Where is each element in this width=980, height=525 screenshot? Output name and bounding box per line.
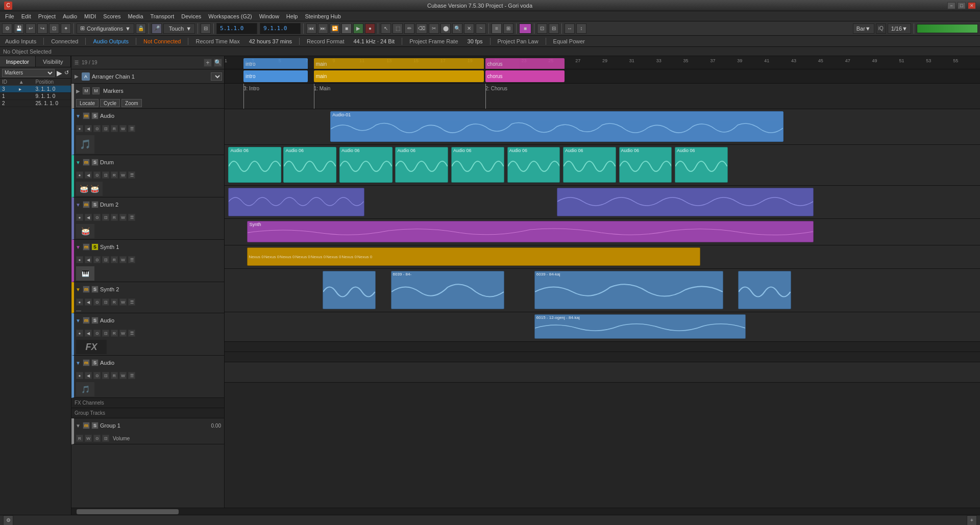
synth2-ctrl2[interactable]: ◀ — [85, 298, 92, 306]
drum1-ctrl3[interactable]: ⊙ — [93, 171, 101, 179]
menu-project[interactable]: Project — [35, 12, 59, 20]
synth1-menu[interactable]: ☰ — [128, 256, 135, 263]
synth2-r[interactable]: R — [111, 298, 118, 306]
audio1-ctrl2[interactable]: ◀ — [85, 125, 92, 132]
audio1-menu[interactable]: ☰ — [128, 125, 135, 132]
audio1-w[interactable]: W — [119, 125, 127, 132]
menu-workspaces[interactable]: Workspaces (G2) — [205, 12, 255, 20]
synth1-clip[interactable]: Synth — [247, 221, 814, 242]
tb-rewind-btn[interactable]: ⏮ — [306, 23, 316, 34]
audio2-expand[interactable]: ▼ — [75, 317, 81, 323]
fold-icon[interactable]: ☰ — [74, 60, 80, 66]
tb-color-btn[interactable]: ■ — [519, 23, 531, 34]
quantize-dropdown[interactable]: 1/16 ▼ — [888, 23, 911, 34]
drum2-mute[interactable]: m — [83, 201, 90, 208]
configurations-dropdown[interactable]: ⊞ Configurations ▼ — [77, 23, 134, 34]
tb-stop-btn[interactable]: ■ — [341, 23, 352, 34]
menu-scores[interactable]: Scores — [100, 12, 124, 20]
audio1-ctrl4[interactable]: ⊡ — [102, 125, 109, 132]
arranger-section-intro[interactable]: intro — [243, 58, 308, 69]
horizontal-scrollbar[interactable] — [71, 508, 980, 515]
audio1-r[interactable]: R — [111, 125, 118, 132]
menu-transport[interactable]: Transport — [148, 12, 178, 20]
group1-expand[interactable]: ▼ — [75, 422, 81, 429]
audio3-ctrl2[interactable]: ◀ — [85, 372, 92, 379]
zoom-button[interactable]: Zoom — [121, 99, 142, 107]
locate-button[interactable]: Locate — [76, 99, 99, 107]
menu-file[interactable]: File — [2, 12, 17, 20]
audio1-ctrl1[interactable]: ● — [76, 125, 83, 132]
drum2-solo[interactable]: S — [91, 201, 99, 208]
synth1-solo[interactable]: S — [91, 243, 99, 251]
arranger-block-intro[interactable]: intro — [243, 70, 308, 82]
menu-devices[interactable]: Devices — [178, 12, 204, 20]
audio3-ctrl1[interactable]: ● — [76, 372, 83, 379]
synth2-mute[interactable]: m — [83, 286, 90, 293]
scrollbar-thumb[interactable] — [77, 509, 179, 514]
bottom-zoom-btn[interactable]: + — [967, 515, 977, 526]
tb-eraser-btn[interactable]: ⌫ — [416, 23, 427, 34]
audio2-mute[interactable]: m — [83, 317, 90, 324]
drum-clip-5[interactable]: Audio 06 — [451, 147, 504, 183]
drum1-ctrl2[interactable]: ◀ — [85, 171, 92, 179]
marker-row-2[interactable]: 1 9. 1. 1. 0 — [0, 93, 71, 100]
audio1-solo[interactable]: S — [91, 112, 99, 119]
tb-pencil-btn[interactable]: ✏ — [404, 23, 414, 34]
audio2-ctrl4[interactable]: ⊡ — [102, 330, 109, 337]
tb-arrow-btn[interactable]: 🎤 — [152, 23, 162, 34]
drum2-ctrl1[interactable]: ● — [76, 214, 83, 221]
add-track-button[interactable]: + — [204, 59, 212, 67]
audio-outputs-btn[interactable]: Audio Outputs — [91, 37, 131, 45]
bar-dropdown[interactable]: Bar ▼ — [853, 23, 874, 34]
synth2-ctrl3[interactable]: ⊙ — [93, 298, 101, 306]
connected-btn[interactable]: Connected — [49, 37, 80, 45]
drum-clip-2[interactable]: Audio 06 — [283, 147, 336, 183]
audio2-ctrl1[interactable]: ● — [76, 330, 83, 337]
drum2-ctrl2[interactable]: ◀ — [85, 214, 92, 221]
tb-lock-btn[interactable]: 🔒 — [136, 23, 146, 34]
drum1-menu[interactable]: ☰ — [128, 171, 135, 179]
group1-w[interactable]: W — [85, 435, 92, 442]
audio2-clip-1[interactable] — [323, 271, 376, 309]
drum-clip-1[interactable]: Audio 06 — [228, 147, 281, 183]
audio3-mute[interactable]: m — [83, 359, 90, 366]
touch-dropdown[interactable]: Touch ▼ — [163, 23, 195, 34]
markers-expand-btn[interactable]: ▶ — [75, 88, 81, 94]
tb-undo-btn[interactable]: ↩ — [26, 23, 36, 34]
maximize-button[interactable]: □ — [958, 2, 966, 9]
group1-mute[interactable]: m — [83, 422, 90, 429]
markers-dropdown[interactable]: Markers — [2, 69, 55, 77]
tb-zoom-h-btn[interactable]: ↔ — [565, 23, 575, 34]
arranger-section-chorus[interactable]: chorus — [485, 58, 565, 69]
menu-audio[interactable]: Audio — [60, 12, 80, 20]
arranger-chain-select[interactable] — [211, 72, 222, 81]
drum2-expand[interactable]: ▼ — [75, 202, 81, 208]
drum1-ctrl4[interactable]: ⊡ — [102, 171, 109, 179]
audio3-r[interactable]: R — [111, 372, 118, 379]
arranger-section-main[interactable]: main — [314, 58, 484, 69]
menu-window[interactable]: Window — [256, 12, 282, 20]
audio1-mute[interactable]: m — [83, 112, 90, 119]
bottom-settings-btn[interactable]: ⚙ — [3, 515, 13, 526]
tb-snap-btn[interactable]: ≡ — [492, 23, 502, 34]
tb-zoom-btn[interactable]: 🔍 — [452, 23, 462, 34]
drum-clip-8[interactable]: Audio 06 — [619, 147, 672, 183]
synth2-ctrl1[interactable]: ● — [76, 298, 83, 306]
synth1-r[interactable]: R — [111, 256, 118, 263]
audio3-expand[interactable]: ▼ — [75, 360, 81, 366]
audio2-clip-4[interactable] — [738, 271, 791, 309]
tb-range-btn[interactable]: ⬚ — [393, 23, 403, 34]
menu-edit[interactable]: Edit — [18, 12, 34, 20]
drum2-menu[interactable]: ☰ — [128, 214, 135, 221]
tb-split-btn[interactable]: ✂ — [429, 23, 439, 34]
tb-record-btn[interactable]: ● — [365, 23, 375, 34]
synth1-expand[interactable]: ▼ — [75, 244, 81, 250]
audio3-ctrl4[interactable]: ⊡ — [102, 372, 109, 379]
tab-inspector[interactable]: Inspector — [0, 56, 36, 67]
drum1-solo[interactable]: S — [91, 159, 99, 166]
arranger-block-chorus[interactable]: chorus — [485, 70, 565, 82]
synth1-mute[interactable]: m — [83, 243, 90, 251]
audio3-ctrl3[interactable]: ⊙ — [93, 372, 101, 379]
menu-media[interactable]: Media — [125, 12, 146, 20]
tb-redo-btn[interactable]: ↪ — [37, 23, 47, 34]
